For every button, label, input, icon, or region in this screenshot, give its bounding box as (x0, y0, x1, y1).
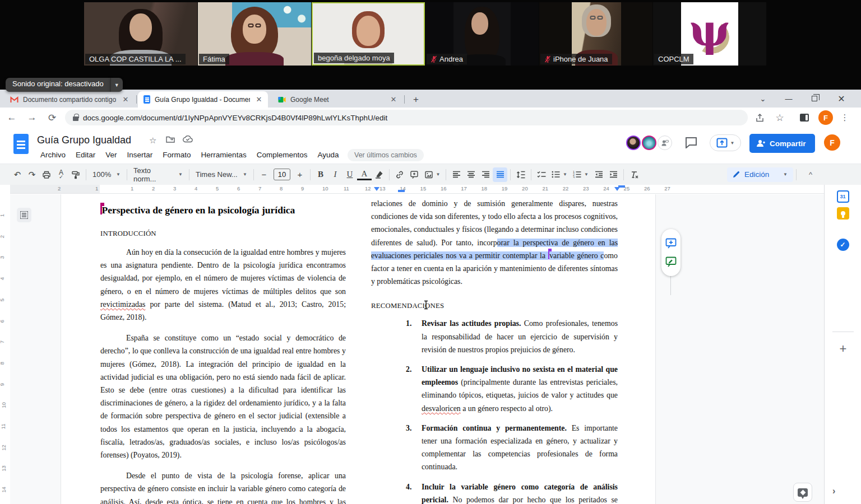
align-right-button[interactable] (478, 167, 493, 182)
spellcheck-button[interactable]: A✓ (54, 167, 68, 182)
tasks-icon[interactable]: ✓ (837, 239, 849, 251)
decrease-indent-button[interactable] (591, 167, 606, 182)
collaborator-avatar-1[interactable] (626, 136, 641, 150)
back-button[interactable]: ← (3, 109, 20, 126)
increase-indent-button[interactable] (606, 167, 621, 182)
menu-herramientas[interactable]: Herramientas (197, 149, 251, 161)
indent-marker[interactable] (374, 187, 379, 191)
present-to-meeting-button[interactable]: ▼ (710, 134, 741, 151)
line-spacing-button[interactable] (513, 167, 528, 182)
new-tab-button[interactable]: + (409, 94, 423, 107)
first-line-indent-marker[interactable] (618, 185, 625, 188)
video-tile-copclm[interactable]: ψ COPCLM (653, 2, 766, 66)
last-changes-link[interactable]: Ver últimos cambios (348, 149, 424, 161)
text-color-button[interactable]: A (357, 169, 372, 180)
share-icon[interactable] (751, 109, 768, 126)
tab-close-button[interactable]: ✕ (254, 95, 263, 104)
doc-paragraph-1[interactable]: Aún hoy en día la consecución de la igua… (100, 246, 346, 324)
browser-profile-avatar[interactable]: F (818, 110, 833, 125)
original-sound-label[interactable]: Sonido original: desactivado (6, 78, 110, 92)
doc-list-item-4[interactable]: 4. Incluir la variable género como categ… (371, 480, 618, 504)
align-left-button[interactable] (449, 167, 464, 182)
bookmark-star-icon[interactable]: ☆ (771, 109, 788, 126)
secure-lock-icon[interactable] (73, 116, 78, 121)
print-button[interactable] (39, 167, 54, 182)
tab-gmail-document[interactable]: Documento compartido contigo: ✕ (4, 91, 135, 108)
bold-button[interactable]: B (313, 167, 328, 182)
menu-insertar[interactable]: Insertar (123, 149, 158, 161)
document-page[interactable]: Perspectiva de género en la psicología j… (61, 194, 656, 504)
italic-button[interactable]: I (328, 167, 342, 182)
doc-list-item-1[interactable]: 1. Revisar las actitudes propias. Como p… (371, 317, 618, 356)
paint-format-button[interactable] (68, 167, 83, 182)
tab-search-chevron[interactable]: ⌄ (750, 90, 776, 108)
doc-paragraph-4[interactable]: relaciones de dominio y de sumisión gene… (371, 197, 618, 288)
suggest-edit-icon[interactable] (665, 256, 677, 267)
insert-link-button[interactable] (392, 167, 407, 182)
menu-ver[interactable]: Ver (101, 149, 121, 161)
document-column-right[interactable]: relaciones de dominio y de sumisión gene… (371, 197, 618, 504)
cloud-saved-icon[interactable] (183, 136, 193, 143)
move-folder-icon[interactable] (166, 136, 175, 143)
undo-button[interactable]: ↶ (10, 167, 25, 182)
menu-complementos[interactable]: Complementos (252, 149, 312, 161)
font-size-input[interactable]: 10 (274, 169, 290, 180)
clear-formatting-button[interactable] (627, 167, 641, 182)
menu-editar[interactable]: Editar (71, 149, 100, 161)
video-tile-andrea[interactable]: Andrea (425, 2, 539, 66)
font-family-select[interactable]: Times New...▼ (192, 167, 251, 182)
video-tile-olga[interactable]: OLGA COP CASTILLA LA ... (84, 2, 197, 66)
anonymous-viewers-avatar[interactable] (658, 136, 672, 150)
menu-ayuda[interactable]: Ayuda (313, 149, 343, 161)
doc-paragraph-2[interactable]: España se constituye como un “estado soc… (100, 332, 346, 461)
tab-close-button[interactable]: ✕ (389, 95, 398, 104)
hide-panel-chevron[interactable]: › (832, 486, 835, 496)
add-comment-icon[interactable] (665, 238, 677, 249)
forward-button[interactable]: → (24, 109, 40, 126)
tab-google-meet[interactable]: Google Meet ✕ (272, 91, 402, 108)
original-sound-dropdown[interactable]: ▼ (110, 78, 123, 92)
open-comments-icon[interactable] (685, 137, 697, 148)
document-outline-icon[interactable] (17, 208, 31, 222)
window-minimize-button[interactable]: — (776, 90, 802, 108)
window-restore-button[interactable] (802, 90, 827, 108)
bulleted-list-button[interactable]: ▼ (549, 167, 570, 182)
tab-close-button[interactable]: ✕ (121, 95, 130, 104)
address-bar[interactable]: docs.google.com/document/d/1IyNPpApnVYEY… (65, 110, 748, 125)
google-docs-logo[interactable] (13, 134, 29, 154)
docs-profile-avatar[interactable]: F (824, 134, 840, 151)
numbered-list-button[interactable]: 123 ▼ (570, 167, 591, 182)
redo-button[interactable]: ↷ (25, 167, 39, 182)
collaborator-avatar-2[interactable] (642, 136, 656, 150)
editing-mode-select[interactable]: Edición ▼ (727, 167, 793, 182)
reload-button[interactable]: ⟳ (44, 109, 61, 126)
window-close-button[interactable]: ✕ (828, 90, 854, 108)
highlight-color-button[interactable] (372, 167, 386, 182)
star-document-icon[interactable]: ☆ (149, 136, 156, 146)
insert-image-button[interactable]: ▼ (422, 167, 443, 182)
document-title[interactable]: Guía Grupo Igualdad (37, 134, 131, 146)
add-comment-button[interactable] (407, 167, 422, 182)
calendar-icon[interactable]: 31 (837, 190, 849, 203)
tab-google-docs[interactable]: Guía Grupo Igualdad - Documen ✕ (138, 91, 268, 108)
align-center-button[interactable] (464, 167, 478, 182)
video-tile-fatima[interactable]: Fátima (198, 2, 311, 66)
doc-list-item-2[interactable]: 2. Utilizar un lenguaje inclusivo no sex… (371, 363, 618, 415)
hide-menus-button[interactable]: ^ (799, 170, 822, 179)
share-button[interactable]: Compartir (749, 134, 815, 153)
url-text[interactable]: docs.google.com/document/d/1IyNPpApnVYEY… (83, 114, 387, 122)
original-sound-control[interactable]: Sonido original: desactivado ▼ (6, 78, 123, 92)
paragraph-style-select[interactable]: Texto norm...▼ (130, 167, 186, 182)
checklist-button[interactable] (534, 167, 549, 182)
indent-marker[interactable] (398, 190, 405, 192)
right-indent-marker[interactable] (614, 187, 620, 191)
menu-archivo[interactable]: Archivo (36, 149, 70, 161)
underline-button[interactable]: U (342, 167, 357, 182)
doc-paragraph-3[interactable]: Desde el punto de vista de la psicología… (100, 469, 346, 504)
justify-button[interactable] (493, 167, 507, 182)
video-tile-begona-active-speaker[interactable]: begoña delgado moya (312, 2, 425, 66)
video-tile-iphone-juana[interactable]: iPhone de Juana (539, 2, 652, 66)
decrease-font-size-button[interactable]: − (257, 167, 271, 182)
get-addons-button[interactable]: + (825, 342, 861, 356)
increase-font-size-button[interactable]: + (293, 167, 307, 182)
